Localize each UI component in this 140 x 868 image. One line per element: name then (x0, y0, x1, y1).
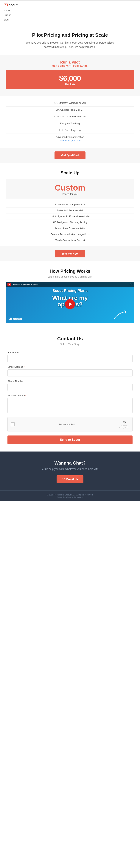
video-scout-text: scout (13, 317, 22, 321)
custom-box: Custom Priced for you (6, 179, 134, 198)
learn-more-link[interactable]: Learn More (YouTube) (59, 139, 81, 142)
video-container[interactable]: How Pricing Works at Scout Scout Pricing… (6, 282, 134, 323)
recaptcha-badge: reCAPTCHA (120, 425, 129, 427)
scale-section: Scale Up (0, 163, 140, 176)
text-me-now-button[interactable]: Text Me Now (55, 250, 85, 257)
pilot-label: Run a Pilot GET GOING WITH POSTCARDS (6, 60, 134, 67)
chat-title: Wannna Chat? (7, 460, 133, 466)
header: scout Home Pricing Blog (0, 0, 140, 23)
footer-icons-credit: Icons Courtesy of Emojione (3, 496, 137, 498)
scale-feature-4: List and Area Experimentation (6, 225, 134, 231)
pilot-feature-4: List / Area Targeting (6, 127, 134, 134)
play-arrow-icon (69, 302, 72, 306)
email-us-button[interactable]: Email Us (57, 475, 83, 483)
logo: scout (4, 3, 136, 7)
recaptcha-checkbox[interactable] (11, 422, 15, 426)
nav-blog[interactable]: Blog (4, 18, 136, 22)
recaptcha-logo: ♻ reCAPTCHA Privacy - Terms (119, 420, 129, 429)
scale-feature-2: 4x6, 6x9, or 6x11 For Addressed Mail (6, 213, 134, 219)
get-qualified-button[interactable]: Get Qualified (55, 151, 85, 159)
video-title-line1: Scout Pricing Plans (8, 288, 132, 293)
priced-for-label: Priced for you (9, 193, 131, 195)
hero-subtitle: We have two pricing models. Our first mo… (23, 41, 117, 49)
custom-label: Custom (9, 184, 131, 192)
scale-feature-5: Custom Personalization Integrations (6, 231, 134, 237)
email-label: Email Address * (7, 366, 133, 368)
video-settings-icon (130, 283, 133, 286)
pilot-features: 1-1 Strategy Tailored For You 8x6 Card f… (0, 96, 140, 148)
whatcha-required: * (25, 394, 26, 397)
phone-input[interactable] (7, 384, 133, 391)
scale-cta-area: Text Me Now (0, 246, 140, 261)
scale-feature-3: A/B Design and Tracking Testing (6, 219, 134, 225)
price-box: $6,000 Flat Rate (6, 70, 134, 89)
pilot-going-label: GET GOING WITH POSTCARDS (6, 65, 134, 67)
scale-title: Scale Up (6, 170, 134, 176)
footer: © 2019 Rocketship Labs, LLC. - All right… (0, 490, 140, 501)
svg-rect-8 (9, 318, 10, 319)
svg-point-5 (131, 284, 132, 285)
nav-pricing[interactable]: Pricing (4, 13, 136, 17)
whatcha-group: Whatcha Need?* (7, 394, 133, 414)
video-scout-watermark: scout (8, 317, 22, 321)
chat-subtitle: Let us help you with, whatever you need … (7, 468, 133, 470)
full-name-input[interactable] (7, 355, 133, 362)
pilot-feature-2: 6x11 Card for Addressed Mail (6, 113, 134, 120)
pilot-feature-5-text: Advanced Personalization (56, 135, 84, 138)
full-name-label: Full Name (7, 351, 133, 354)
email-required: * (24, 366, 25, 368)
full-name-group: Full Name (7, 351, 133, 362)
contact-section: Contact Us Tell Us Your Story. Full Name… (0, 327, 140, 452)
recaptcha-icon: ♻ (122, 420, 126, 425)
scout-logo-icon (4, 3, 8, 7)
how-pricing-title: How Pricing Works (6, 269, 134, 274)
email-us-label: Email Us (66, 477, 78, 481)
how-pricing-section: How Pricing Works Learn more about choos… (0, 261, 140, 327)
contact-subtitle: Tell Us Your Story. (7, 343, 133, 345)
phone-group: Phone Number (7, 380, 133, 391)
logo-text: scout (8, 3, 18, 7)
price-value: $6,000 (9, 74, 131, 83)
pilot-feature-3: Design + Tracking (6, 120, 134, 127)
video-header: How Pricing Works at Scout (6, 282, 134, 287)
recaptcha-label: I'm not a robot (17, 423, 117, 426)
chat-section: Wannna Chat? Let us help you with, whate… (0, 452, 140, 490)
envelope-icon (62, 478, 65, 480)
run-pilot-title: Run a Pilot (6, 60, 134, 64)
video-header-text: How Pricing Works at Scout (13, 283, 38, 285)
nav-home[interactable]: Home (4, 8, 136, 12)
pilot-section: Run a Pilot GET GOING WITH POSTCARDS $6,… (0, 55, 140, 96)
pilot-feature-1: 8x6 Card for Area Mail OR (6, 106, 134, 114)
svg-rect-9 (62, 478, 65, 480)
hero-title: Pilot Pricing and Pricing at Scale (7, 32, 133, 38)
flat-rate-label: Flat Rate (9, 83, 131, 86)
video-background: How Pricing Works at Scout Scout Pricing… (6, 282, 134, 323)
scale-feature-6: Yearly Contracts w/ Deposit (6, 237, 134, 243)
scale-features: Experiments to Improve ROI 8x6 or 9x4 Fo… (0, 198, 140, 246)
video-arrow-decoration (113, 309, 132, 320)
scale-feature-1: 8x6 or 9x4 For Area Mail (6, 208, 134, 213)
recaptcha-box: I'm not a robot ♻ reCAPTCHA Privacy - Te… (7, 417, 133, 432)
video-scout-icon (8, 318, 12, 320)
video-play-button[interactable] (65, 299, 75, 309)
whatcha-label: Whatcha Need?* (7, 394, 133, 397)
email-input[interactable] (7, 369, 133, 376)
video-play-icon (7, 283, 11, 286)
hero-section: Pilot Pricing and Pricing at Scale We ha… (0, 23, 140, 55)
pilot-feature-5: Advanced Personalization Learn More (You… (6, 134, 134, 144)
scale-feature-0: Experiments to Improve ROI (6, 202, 134, 208)
send-to-scout-button[interactable]: Send to Scout (7, 435, 133, 444)
footer-text: © 2019 Rocketship Labs, LLC. - All right… (3, 494, 137, 496)
whatcha-input[interactable] (7, 398, 133, 413)
pilot-cta-area: Get Qualified (0, 148, 140, 163)
email-group: Email Address * (7, 366, 133, 376)
how-pricing-subtitle: Learn more about choosing a pricing plan (6, 275, 134, 278)
recaptcha-privacy: Privacy - Terms (119, 427, 129, 429)
pilot-feature-0: 1-1 Strategy Tailored For You (6, 100, 134, 106)
svg-rect-2 (5, 4, 6, 5)
phone-label: Phone Number (7, 380, 133, 382)
contact-title: Contact Us (7, 336, 133, 342)
navigation: Home Pricing Blog (4, 8, 136, 22)
